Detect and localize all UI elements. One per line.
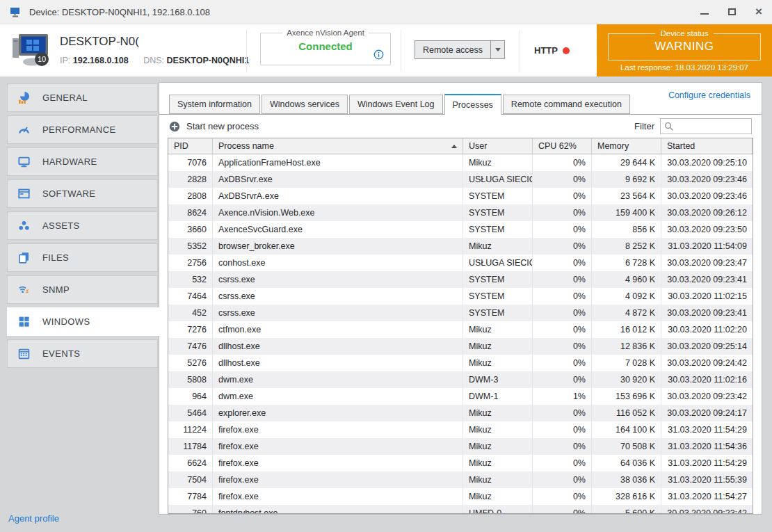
cell-memory: 64 036 K: [592, 455, 661, 471]
divider: [520, 30, 520, 72]
cell-pid: 11784: [168, 438, 213, 455]
process-row[interactable]: 8624 Axence.nVision.Web.exe SYSTEM 0% 15…: [168, 204, 753, 221]
cell-user: SYSTEM: [463, 271, 533, 288]
process-row[interactable]: 7784 firefox.exe Mikuz 0% 328 616 K 31.0…: [168, 488, 753, 505]
cell-started: 30.03.2020 11:02:16: [661, 371, 753, 388]
process-row[interactable]: 452 csrss.exe SYSTEM 0% 4 872 K 30.03.20…: [168, 305, 753, 321]
cell-memory: 9 692 K: [592, 171, 661, 188]
process-row[interactable]: 7076 ApplicationFrameHost.exe Mikuz 0% 2…: [168, 154, 753, 171]
calendar-icon: [18, 348, 30, 360]
sidebar-item-hardware[interactable]: HARDWARE: [7, 147, 158, 176]
tab[interactable]: Windows Event Log: [349, 95, 442, 114]
process-row[interactable]: 964 dwm.exe DWM-1 1% 153 696 K 30.03.202…: [168, 388, 753, 405]
close-icon[interactable]: ×: [755, 8, 762, 15]
pie-chart-icon: [18, 92, 30, 104]
cell-pid: 2808: [168, 188, 213, 204]
remote-access-button[interactable]: Remote access: [415, 40, 505, 59]
column-header[interactable]: Process name: [213, 138, 463, 154]
minimize-icon[interactable]: [700, 13, 709, 15]
process-row[interactable]: 532 csrss.exe SYSTEM 0% 4 960 K 30.03.20…: [168, 271, 753, 288]
process-row[interactable]: 11784 firefox.exe Mikuz 0% 70 508 K 31.0…: [168, 438, 753, 455]
filter-field[interactable]: [660, 118, 752, 134]
column-header[interactable]: User: [463, 138, 533, 154]
process-row[interactable]: 2828 AxDBSrvr.exe USŁUGA SIECIOWA 0% 9 6…: [168, 171, 753, 188]
cell-process-name: dllhost.exe: [213, 338, 463, 355]
process-row[interactable]: 2808 AxDBSrvrA.exe SYSTEM 0% 23 564 K 30…: [168, 188, 753, 204]
configure-credentials-link[interactable]: Configure credentials: [668, 90, 750, 100]
sidebar-item-general[interactable]: GENERAL: [7, 83, 158, 112]
cell-process-name: csrss.exe: [213, 305, 463, 321]
sidebar-item-snmp[interactable]: SNMP: [7, 275, 158, 304]
cell-cpu: 0%: [533, 305, 592, 321]
tab[interactable]: Processes: [444, 94, 501, 115]
sidebar-item-label: PERFORMANCE: [42, 124, 116, 135]
process-row[interactable]: 7464 csrss.exe SYSTEM 0% 4 092 K 30.03.2…: [168, 288, 753, 305]
cell-user: Mikuz: [463, 488, 533, 505]
sidebar-item-software[interactable]: SOFTWARE: [7, 179, 158, 208]
device-status-legend: Device status: [655, 29, 713, 38]
sidebar-item-label: WINDOWS: [42, 316, 90, 327]
cell-cpu: 0%: [533, 188, 592, 204]
window-title: Device: DESKTOP-N0QNHI1, 192.168.0.108: [29, 7, 210, 17]
process-row[interactable]: 6624 firefox.exe Mikuz 0% 64 036 K 31.03…: [168, 455, 753, 471]
cell-process-name: AxDBSrvr.exe: [213, 171, 463, 188]
monitor-icon: [18, 156, 30, 168]
tab[interactable]: Windows services: [262, 95, 348, 114]
cell-pid: 7504: [168, 471, 213, 488]
column-header[interactable]: Memory: [592, 138, 661, 154]
process-row[interactable]: 760 fontdrvhost.exe UMFD-0 0% 5 600 K 30…: [168, 505, 753, 514]
cell-started: 31.03.2020 11:54:27: [661, 488, 753, 505]
column-header[interactable]: Started: [661, 138, 753, 154]
cell-cpu: 1%: [533, 388, 592, 405]
process-row[interactable]: 7276 ctfmon.exe Mikuz 0% 16 012 K 30.03.…: [168, 321, 753, 338]
tab[interactable]: Remote command execution: [503, 95, 630, 114]
process-row[interactable]: 2756 conhost.exe USŁUGA SIECIOWA 0% 6 72…: [168, 255, 753, 271]
maximize-icon[interactable]: [728, 8, 736, 15]
remote-access-label[interactable]: Remote access: [415, 40, 491, 59]
cell-process-name: ApplicationFrameHost.exe: [213, 154, 463, 171]
remote-access-dropdown[interactable]: [491, 40, 505, 59]
cell-memory: 12 836 K: [592, 338, 661, 355]
process-row[interactable]: 5464 explorer.exe Mikuz 0% 116 052 K 30.…: [168, 405, 753, 421]
process-row[interactable]: 7476 dllhost.exe Mikuz 0% 12 836 K 30.03…: [168, 338, 753, 355]
process-row[interactable]: 7504 firefox.exe Mikuz 0% 38 036 K 31.03…: [168, 471, 753, 488]
cell-started: 30.03.2020 09:23:41: [661, 271, 753, 288]
cell-started: 30.03.2020 09:26:12: [661, 204, 753, 221]
cell-pid: 452: [168, 305, 213, 321]
info-icon[interactable]: [373, 49, 384, 60]
sidebar-item-windows[interactable]: WINDOWS: [7, 307, 160, 336]
cell-started: 30.03.2020 09:24:42: [661, 355, 753, 371]
sidebar-item-assets[interactable]: ASSETS: [7, 211, 158, 240]
tab-strip: System information Windows services Wind…: [159, 83, 762, 115]
cell-memory: 30 920 K: [592, 371, 661, 388]
agent-profile-link[interactable]: Agent profile: [8, 513, 59, 524]
cell-pid: 7464: [168, 288, 213, 305]
cell-memory: 16 012 K: [592, 321, 661, 338]
sidebar-item-label: ASSETS: [42, 220, 80, 231]
column-header[interactable]: CPU 62%: [533, 138, 592, 154]
cell-cpu: 0%: [533, 355, 592, 371]
cell-process-name: AxDBSrvrA.exe: [213, 188, 463, 204]
filter-input[interactable]: [674, 122, 751, 131]
process-row[interactable]: 11224 firefox.exe Mikuz 0% 164 100 K 31.…: [168, 421, 753, 438]
cell-cpu: 0%: [533, 171, 592, 188]
cell-started: 31.03.2020 11:54:36: [661, 438, 753, 455]
sidebar-item-files[interactable]: FILES: [7, 243, 158, 272]
sidebar-item-performance[interactable]: PERFORMANCE: [7, 115, 158, 144]
process-row[interactable]: 5352 browser_broker.exe Mikuz 0% 8 252 K…: [168, 238, 753, 255]
cell-process-name: explorer.exe: [213, 405, 463, 421]
process-row[interactable]: 5808 dwm.exe DWM-3 0% 30 920 K 30.03.202…: [168, 371, 753, 388]
process-row[interactable]: 5276 dllhost.exe Mikuz 0% 7 028 K 30.03.…: [168, 355, 753, 371]
column-header-label: User: [469, 141, 487, 151]
column-header[interactable]: PID: [168, 138, 213, 154]
column-header-label: Memory: [597, 141, 629, 151]
cell-user: SYSTEM: [463, 288, 533, 305]
cell-pid: 5808: [168, 371, 213, 388]
sidebar-item-events[interactable]: EVENTS: [7, 339, 158, 368]
process-row[interactable]: 3660 AxenceSvcGuard.exe SYSTEM 0% 856 K …: [168, 221, 753, 238]
ip-value: 192.168.0.108: [73, 56, 129, 65]
tab[interactable]: System information: [169, 95, 260, 114]
agent-box-legend: Axence nVision Agent: [282, 29, 369, 37]
cell-process-name: firefox.exe: [213, 471, 463, 488]
start-new-process-button[interactable]: Start new process: [169, 121, 259, 132]
